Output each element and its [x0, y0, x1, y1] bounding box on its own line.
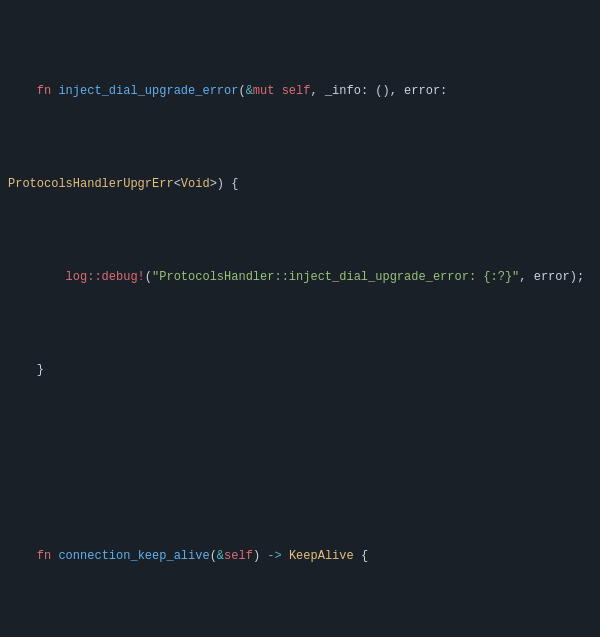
function-name: inject_dial_upgrade_error: [58, 84, 238, 98]
code-line-4: }: [0, 361, 600, 380]
code-line-2: ProtocolsHandlerUpgrErr<Void>) {: [0, 175, 600, 194]
function-name: connection_keep_alive: [58, 549, 209, 563]
code-line-5: [0, 454, 600, 473]
self-kw: self: [224, 549, 253, 563]
code-container: fn inject_dial_upgrade_error(&mut self, …: [0, 0, 600, 637]
amp: &: [246, 84, 253, 98]
self-kw: self: [282, 84, 311, 98]
keyword: fn: [37, 549, 51, 563]
arrow-op: ->: [267, 549, 281, 563]
keyword: fn: [37, 84, 51, 98]
macro: log::debug!: [66, 270, 145, 284]
type: Void: [181, 177, 210, 191]
string: "ProtocolsHandler::inject_dial_upgrade_e…: [152, 270, 519, 284]
code-line-1: fn inject_dial_upgrade_error(&mut self, …: [0, 82, 600, 101]
type: ProtocolsHandlerUpgrErr: [8, 177, 174, 191]
amp: &: [217, 549, 224, 563]
keyword: mut: [253, 84, 275, 98]
code-line-6: fn connection_keep_alive(&self) -> KeepA…: [0, 547, 600, 566]
type: KeepAlive: [289, 549, 354, 563]
code-line-3: log::debug!("ProtocolsHandler::inject_di…: [0, 268, 600, 287]
